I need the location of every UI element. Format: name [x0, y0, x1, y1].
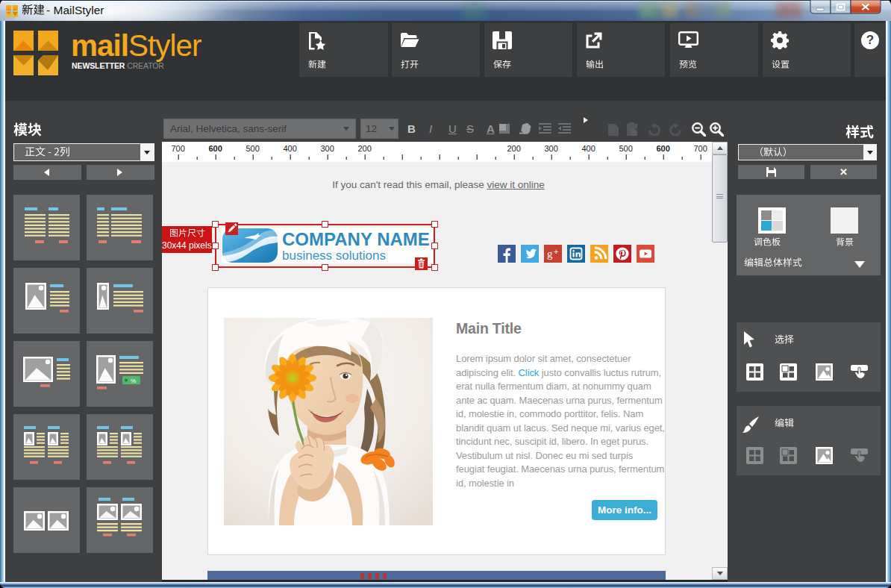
- svg-text:500: 500: [246, 144, 259, 153]
- svg-text:700: 700: [693, 144, 707, 153]
- svg-text:700: 700: [171, 144, 184, 153]
- svg-text:+: +: [554, 247, 558, 256]
- svg-text:300: 300: [320, 144, 334, 153]
- svg-text:500: 500: [619, 144, 632, 153]
- svg-text:200: 200: [507, 144, 520, 153]
- svg-text:400: 400: [283, 144, 296, 153]
- svg-text:600: 600: [208, 144, 222, 153]
- svg-text:300: 300: [544, 144, 557, 153]
- svg-text:400: 400: [581, 144, 595, 153]
- svg-text:%: %: [131, 378, 136, 384]
- svg-text:600: 600: [656, 144, 669, 153]
- svg-text:200: 200: [357, 144, 371, 153]
- svg-text:g: g: [547, 248, 553, 260]
